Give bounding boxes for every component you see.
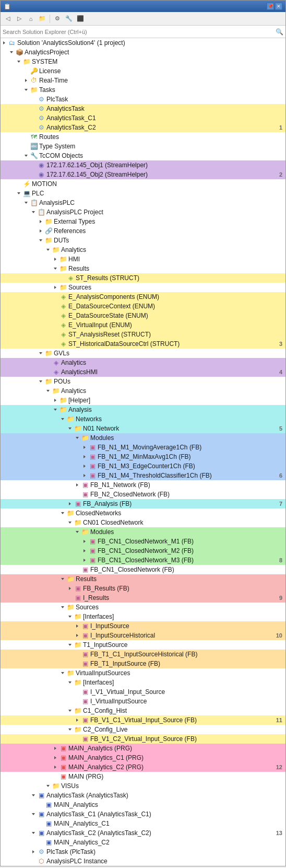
tree-item[interactable]: 🔗References (1, 226, 285, 236)
tree-expander[interactable] (52, 762, 59, 772)
tree-expander[interactable] (1, 38, 8, 48)
view-button[interactable]: ⬛ (75, 14, 86, 24)
tree-item[interactable]: ◈ST_Results (STRUCT) (1, 273, 285, 283)
tree-expander[interactable] (52, 753, 59, 762)
tree-item[interactable]: 🗺Routes (1, 132, 285, 142)
tree-item[interactable]: ▣FB_N1_M1_MovingAverage1Ch (FB) (1, 443, 285, 452)
tree-expander[interactable] (66, 584, 74, 593)
tree-item[interactable]: 📁[Helper] (1, 396, 285, 405)
tree-item[interactable]: 🔤Type System (1, 142, 285, 151)
tree-expander[interactable] (81, 537, 88, 546)
tree-item[interactable]: ◈Analytics (1, 358, 285, 367)
tree-item[interactable]: 📁Analysis (1, 405, 285, 414)
tree-item[interactable]: 📁Tasks (1, 85, 285, 95)
tree-expander[interactable] (66, 640, 74, 650)
tree-expander[interactable] (22, 76, 30, 85)
tree-item[interactable]: ▣MAIN_Analytics (PRG) (1, 744, 285, 753)
tree-item[interactable]: ⚙AnalyticsTask_C1 (1, 113, 285, 123)
tree-item[interactable]: ▣FB_N2_ClosedNetwork (FB) (1, 490, 285, 499)
tree-item[interactable]: 📁Modules (1, 433, 285, 443)
tree-item[interactable]: ▣MAIN_Analytics_C2 (1, 838, 285, 847)
back-button[interactable]: ◁ (3, 14, 13, 24)
tree-item[interactable]: ▣AnalyticsTask (AnalyticsTask) (1, 791, 285, 800)
tree-item[interactable]: ▣I_InputSourceHistorical (1, 631, 285, 640)
tree-expander[interactable] (37, 226, 44, 236)
tree-item[interactable]: ▣I_Results (1, 593, 285, 603)
tree-expander[interactable] (74, 433, 81, 443)
tree-expander[interactable] (52, 744, 59, 753)
tree-expander[interactable] (59, 603, 66, 612)
tree-item[interactable]: ◈E_AnalysisComponents (ENUM) (1, 292, 285, 302)
tree-item[interactable]: ⚙AnalyticsTask_C2 (1, 123, 285, 132)
tree-item[interactable]: ▣FB_Results (FB) (1, 584, 285, 593)
tree-item[interactable]: ▣AnalyticsTask_C1 (AnalyticsTask_C1) (1, 809, 285, 819)
tree-item[interactable]: ⬡AnalysisPLC Instance (1, 857, 285, 866)
tree-expander[interactable] (74, 480, 81, 490)
tree-expander[interactable] (52, 254, 59, 264)
tree-item[interactable]: ▣FB_N1_M4_ThresholdClassifier1Ch (FB) (1, 471, 285, 480)
tree-item[interactable]: ▣FB_N1_M2_MinMaxAvg1Ch (FB) (1, 452, 285, 461)
tree-expander[interactable] (81, 452, 88, 461)
tree-item[interactable]: 📁GVLs (1, 349, 285, 358)
tree-expander[interactable] (74, 715, 81, 725)
tree-item[interactable]: ◈E_DataSourceContext (ENUM) (1, 302, 285, 311)
tree-expander[interactable] (66, 678, 74, 687)
tree-item[interactable]: ⚙PlcTask (1, 95, 285, 104)
tree-item[interactable]: 📁Networks (1, 414, 285, 424)
tree-item[interactable]: ▣MAIN_Analytics_C1 (1, 819, 285, 828)
tree-expander[interactable] (52, 396, 59, 405)
tree-item[interactable]: 📁DUTs (1, 236, 285, 245)
tree-item[interactable]: ◈ST_HistoricalDataSourceCtrl (STRUCT) (1, 339, 285, 349)
tree-item[interactable]: 📁[Interfaces] (1, 678, 285, 687)
tree-item[interactable]: ▣AnalyticsTask_C2 (AnalyticsTask_C2) (1, 828, 285, 838)
tree-item[interactable]: 📁VirtualInputSources (1, 668, 285, 678)
tree-expander[interactable] (74, 527, 81, 537)
tree-item[interactable]: 📁Results (1, 574, 285, 584)
tree-item[interactable]: 📁Analytics (1, 386, 285, 396)
search-input[interactable] (3, 29, 276, 35)
tree-expander[interactable] (52, 264, 59, 273)
tree-item[interactable]: 📁C2_Config_Live (1, 725, 285, 734)
tree-item[interactable]: ▣MAIN_Analytics (1, 800, 285, 809)
tree-item[interactable]: 📁Sources (1, 283, 285, 292)
tree-item[interactable]: ◉172.17.62.145_Obj1 (StreamHelper) (1, 160, 285, 170)
tree-expander[interactable] (22, 85, 30, 95)
tree-item[interactable]: ▣MAIN (PRG) (1, 772, 285, 781)
tree-expander[interactable] (30, 847, 37, 857)
tree-expander[interactable] (52, 283, 59, 292)
tree-expander[interactable] (74, 621, 81, 631)
home-button[interactable]: ⌂ (26, 14, 36, 24)
search-icon[interactable]: 🔍 (276, 28, 283, 36)
tree-item[interactable]: 📁Modules (1, 527, 285, 537)
tree-item[interactable]: ◈E_VirtualInput (ENUM) (1, 320, 285, 330)
tree-item[interactable]: 📁External Types (1, 217, 285, 226)
tree-expander[interactable] (66, 518, 74, 527)
tree-expander[interactable] (44, 386, 52, 396)
tree-item[interactable]: ▣FB_N1_M3_EdgeCounter1Ch (FB) (1, 461, 285, 471)
tree-expander[interactable] (59, 574, 66, 584)
tree-item[interactable]: ⚡MOTION (1, 179, 285, 189)
tree-item[interactable]: ◈ST_AnalysisReset (STRUCT) (1, 330, 285, 339)
tree-item[interactable]: ▣I_V1_Virtual_Input_Source (1, 687, 285, 697)
tree-item[interactable]: 📁POUs (1, 377, 285, 386)
tree-expander[interactable] (66, 706, 74, 715)
settings-button[interactable]: ⚙ (52, 14, 63, 24)
tree-item[interactable]: ◉172.17.62.145_Obj2 (StreamHelper) (1, 170, 285, 179)
tree-item[interactable]: 📁N01 Network (1, 424, 285, 433)
tree-item[interactable]: 📋AnalysisPLC Project (1, 207, 285, 217)
tree-item[interactable]: 🗂Solution 'AnalyticsSolution4' (1 projec… (1, 38, 285, 48)
tree-expander[interactable] (66, 612, 74, 621)
tree-expander[interactable] (59, 414, 66, 424)
tree-expander[interactable] (81, 471, 88, 480)
tree-item[interactable]: 📁HMI (1, 254, 285, 264)
new-folder-button[interactable]: 📁 (37, 14, 47, 24)
tree-expander[interactable] (44, 781, 52, 791)
tree-expander[interactable] (15, 57, 22, 66)
tree-item[interactable]: ▣FB_CN1_ClosedNetwork (FB) (1, 565, 285, 574)
tree-expander[interactable] (37, 349, 44, 358)
tree-item[interactable]: ▣FB_T1_InputSource (FB) (1, 659, 285, 668)
tree-expander[interactable] (30, 207, 37, 217)
tree-expander[interactable] (37, 236, 44, 245)
tree-expander[interactable] (74, 631, 81, 640)
filter-button[interactable]: 🔧 (64, 14, 74, 24)
